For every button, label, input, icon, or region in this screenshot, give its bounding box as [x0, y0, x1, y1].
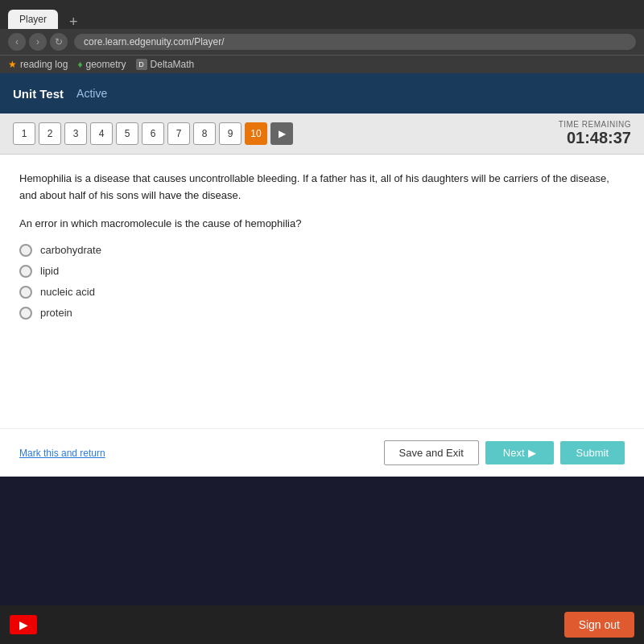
back-button[interactable]: ‹ — [8, 33, 26, 51]
radio-d[interactable] — [19, 307, 32, 320]
submit-button[interactable]: Submit — [560, 441, 625, 464]
bookmark-deltamath[interactable]: D DeltaMath — [136, 59, 195, 70]
test-navigation: 1 2 3 4 5 6 7 8 9 10 ▶ TIME REMAINING 01… — [0, 114, 644, 155]
header-title: Unit Test — [13, 87, 64, 101]
question-area: Hemophilia is a disease that causes unco… — [0, 155, 644, 428]
choice-label-c: nucleic acid — [40, 286, 95, 298]
question-number-list: 1 2 3 4 5 6 7 8 9 10 ▶ — [13, 122, 293, 145]
footer-buttons: Save and Exit Next ▶ Submit — [384, 440, 625, 465]
refresh-button[interactable]: ↻ — [50, 33, 68, 51]
timer-section: TIME REMAINING 01:48:37 — [559, 120, 631, 147]
choice-label-a: carbohydrate — [40, 244, 101, 256]
passage-text: Hemophilia is a disease that causes unco… — [19, 171, 625, 204]
main-content: Unit Test Active 1 2 3 4 5 6 7 8 9 10 ▶ … — [0, 73, 644, 477]
timer-value: 01:48:37 — [559, 129, 631, 147]
choice-carbohydrate[interactable]: carbohydrate — [19, 244, 625, 257]
deltamath-icon: D — [136, 59, 147, 70]
save-exit-button[interactable]: Save and Exit — [384, 440, 479, 465]
next-arrow-icon: ▶ — [528, 447, 536, 459]
taskbar: ▶ Sign out — [0, 605, 644, 644]
bookmark-reading-log[interactable]: ★ reading log — [8, 59, 68, 70]
star-icon: ★ — [8, 59, 17, 70]
mark-return-link[interactable]: Mark this and return — [19, 448, 105, 459]
question-num-4[interactable]: 4 — [90, 122, 113, 145]
bookmark-geometry[interactable]: ♦ geometry — [77, 59, 126, 70]
gem-icon: ♦ — [77, 59, 82, 70]
radio-b[interactable] — [19, 265, 32, 278]
header-bar: Unit Test Active — [0, 73, 644, 114]
choice-label-b: lipid — [40, 265, 59, 277]
tab-label: Player — [19, 14, 47, 25]
new-tab-button[interactable]: + — [63, 14, 85, 29]
browser-tab[interactable]: Player — [8, 10, 58, 29]
question-num-8[interactable]: 8 — [193, 122, 216, 145]
next-label: Next — [503, 447, 525, 459]
radio-a[interactable] — [19, 244, 32, 257]
taskbar-left: ▶ — [10, 615, 37, 634]
bookmark-label: geometry — [86, 59, 126, 70]
question-text: An error in which macromolecule is the c… — [19, 217, 625, 229]
header-subtitle: Active — [76, 87, 107, 100]
question-num-1[interactable]: 1 — [13, 122, 35, 145]
footer-area: Mark this and return Save and Exit Next … — [0, 428, 644, 477]
choice-label-d: protein — [40, 307, 72, 319]
question-num-9[interactable]: 9 — [219, 122, 242, 145]
choice-protein[interactable]: protein — [19, 307, 625, 320]
bookmark-label: reading log — [20, 59, 68, 70]
question-num-5[interactable]: 5 — [116, 122, 138, 145]
radio-c[interactable] — [19, 286, 32, 299]
choice-lipid[interactable]: lipid — [19, 265, 625, 278]
question-num-6[interactable]: 6 — [142, 122, 164, 145]
bookmark-label: DeltaMath — [151, 59, 195, 70]
question-num-3[interactable]: 3 — [64, 122, 87, 145]
question-num-7[interactable]: 7 — [167, 122, 190, 145]
question-num-2[interactable]: 2 — [39, 122, 61, 145]
answer-choices: carbohydrate lipid nucleic acid protein — [19, 244, 625, 320]
browser-tabs: Player + — [0, 0, 644, 29]
youtube-button[interactable]: ▶ — [10, 615, 37, 634]
browser-chrome: Player + ‹ › ↻ core.learn.edgenuity.com/… — [0, 0, 644, 73]
next-button[interactable]: Next ▶ — [485, 441, 554, 464]
timer-label: TIME REMAINING — [559, 120, 631, 129]
browser-address-bar: ‹ › ↻ core.learn.edgenuity.com/Player/ — [0, 29, 644, 55]
forward-button[interactable]: › — [29, 33, 47, 51]
sign-out-button[interactable]: Sign out — [564, 612, 634, 638]
choice-nucleic-acid[interactable]: nucleic acid — [19, 286, 625, 299]
next-question-button[interactable]: ▶ — [270, 122, 293, 145]
question-num-10[interactable]: 10 — [245, 122, 267, 145]
url-bar[interactable]: core.learn.edgenuity.com/Player/ — [74, 34, 636, 50]
nav-buttons: ‹ › ↻ — [8, 33, 68, 51]
bookmarks-bar: ★ reading log ♦ geometry D DeltaMath — [0, 55, 644, 73]
